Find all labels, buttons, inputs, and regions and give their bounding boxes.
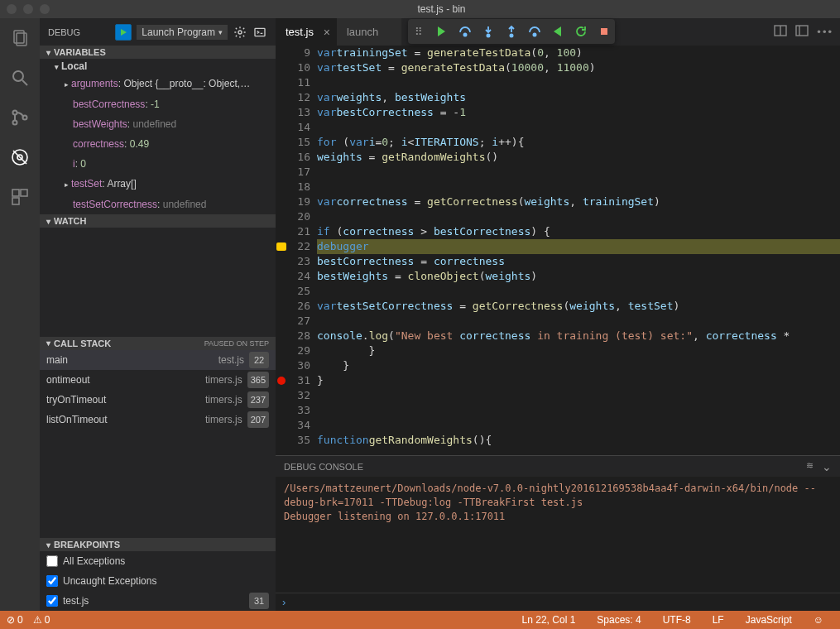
watch-header[interactable]: ▾WATCH: [40, 214, 276, 228]
layout-icon[interactable]: [795, 24, 809, 40]
svg-line-8: [13, 151, 26, 164]
reverse-button[interactable]: [550, 21, 565, 42]
search-icon[interactable]: [8, 66, 31, 89]
svg-rect-12: [12, 198, 19, 204]
split-editor-icon[interactable]: [774, 24, 787, 40]
step-over-button[interactable]: [458, 21, 473, 42]
debug-icon[interactable]: [8, 146, 31, 169]
extensions-icon[interactable]: [8, 185, 31, 209]
status-encoding[interactable]: UTF-8: [663, 614, 691, 626]
variable-row[interactable]: bestCorrectness: -1: [40, 94, 276, 114]
svg-rect-22: [796, 26, 808, 36]
clear-console-icon[interactable]: ≋: [806, 460, 814, 473]
editor-tabs: test.js×launch ⠿ •••: [276, 18, 840, 46]
close-window[interactable]: [7, 4, 17, 14]
callstack-row[interactable]: tryOnTimeouttimers.js237: [40, 390, 276, 410]
collapse-console-icon[interactable]: ⌄: [822, 460, 832, 473]
breakpoints-body: All ExceptionsUncaught Exceptionstest.js…: [40, 551, 276, 611]
svg-rect-19: [601, 28, 607, 35]
status-language[interactable]: JavaScript: [746, 614, 792, 626]
window-controls[interactable]: [7, 4, 50, 14]
breakpoints-header[interactable]: ▾BREAKPOINTS: [40, 538, 276, 551]
svg-rect-10: [12, 190, 19, 196]
status-errors[interactable]: ⊘ 0: [7, 614, 23, 626]
svg-point-17: [510, 34, 512, 36]
variable-row[interactable]: arguments: Object {__proto__: Object,…: [40, 74, 276, 94]
close-icon[interactable]: ×: [324, 26, 330, 39]
source-control-icon[interactable]: [8, 106, 31, 129]
drag-handle-icon[interactable]: ⠿: [411, 21, 426, 42]
activity-bar: [0, 18, 40, 611]
sidebar-title: DEBUG: [48, 27, 110, 37]
svg-point-4: [13, 111, 17, 115]
config-dropdown[interactable]: Launch Program ▾: [137, 25, 228, 40]
variables-body: Local arguments: Object {__proto__: Obje…: [40, 59, 276, 214]
variable-row[interactable]: correctness: 0.49: [40, 134, 276, 154]
start-debug-button[interactable]: [115, 24, 132, 41]
svg-point-15: [463, 33, 466, 36]
console-icon[interactable]: [252, 25, 267, 40]
stop-button[interactable]: [597, 21, 612, 42]
minimize-window[interactable]: [23, 4, 33, 14]
titlebar: test.js - bin: [0, 0, 840, 18]
breakpoint-checkbox[interactable]: [46, 575, 58, 587]
continue-button[interactable]: [434, 21, 449, 42]
variable-row[interactable]: i: 0: [40, 154, 276, 174]
svg-point-18: [533, 33, 535, 36]
status-warnings[interactable]: ⚠ 0: [33, 614, 50, 626]
svg-point-13: [238, 31, 242, 34]
explorer-icon[interactable]: [8, 26, 31, 50]
breakpoint-row[interactable]: All Exceptions: [40, 551, 276, 571]
variable-row[interactable]: testSetCorrectness: undefined: [40, 194, 276, 214]
status-eol[interactable]: LF: [713, 614, 724, 626]
editor-area: test.js×launch ⠿ ••• 9101112131415161718…: [276, 18, 840, 611]
debug-toolbar: ⠿: [408, 19, 615, 44]
status-indent[interactable]: Spaces: 4: [597, 614, 641, 626]
callstack-row[interactable]: ontimeouttimers.js365: [40, 370, 276, 390]
svg-point-16: [487, 34, 489, 36]
status-bar: ⊘ 0 ⚠ 0 Ln 22, Col 1 Spaces: 4 UTF-8 LF …: [0, 611, 840, 629]
svg-rect-14: [255, 28, 265, 36]
step-back-button[interactable]: [527, 21, 542, 42]
breakpoint-checkbox[interactable]: [46, 595, 58, 607]
breakpoint-checkbox[interactable]: [46, 555, 58, 567]
zoom-window[interactable]: [40, 4, 50, 14]
gear-icon[interactable]: [233, 25, 247, 40]
editor-tab[interactable]: test.js×: [276, 18, 337, 46]
variables-header[interactable]: ▾VARIABLES: [40, 46, 276, 59]
callstack-row[interactable]: listOnTimeouttimers.js207: [40, 410, 276, 430]
status-cursor[interactable]: Ln 22, Col 1: [522, 614, 576, 626]
breakpoint-row[interactable]: test.js31: [40, 591, 276, 611]
debug-console-input[interactable]: ›: [276, 593, 840, 611]
feedback-icon[interactable]: ☺: [814, 614, 823, 626]
variable-row[interactable]: testSet: Array[]: [40, 174, 276, 194]
window-title: test.js - bin: [50, 3, 833, 15]
breakpoint-row[interactable]: Uncaught Exceptions: [40, 571, 276, 591]
code-editor[interactable]: 9101112131415161718192021222324252627282…: [276, 46, 840, 455]
restart-button[interactable]: [574, 21, 588, 42]
more-icon[interactable]: •••: [817, 26, 833, 38]
step-into-button[interactable]: [481, 21, 496, 42]
callstack-row[interactable]: maintest.js22: [40, 350, 276, 370]
callstack-body: maintest.js22ontimeouttimers.js365tryOnT…: [40, 350, 276, 430]
step-out-button[interactable]: [504, 21, 519, 42]
svg-point-5: [13, 121, 17, 125]
svg-rect-11: [21, 190, 27, 196]
watch-body: [40, 228, 276, 337]
debug-sidebar: DEBUG Launch Program ▾ ▾VARIABLES Local …: [40, 18, 276, 611]
editor-tab[interactable]: launch: [337, 18, 401, 46]
svg-point-2: [13, 71, 23, 81]
variable-row[interactable]: bestWeights: undefined: [40, 114, 276, 134]
debug-console-header[interactable]: DEBUG CONSOLE ≋ ⌄: [276, 455, 840, 477]
scope-local[interactable]: Local: [40, 59, 276, 74]
debug-console-output: /Users/mattzeunert/Downloads/node-v7.0.0…: [276, 477, 840, 593]
callstack-header[interactable]: ▾CALL STACKPAUSED ON STEP: [40, 337, 276, 350]
svg-line-3: [22, 80, 27, 85]
